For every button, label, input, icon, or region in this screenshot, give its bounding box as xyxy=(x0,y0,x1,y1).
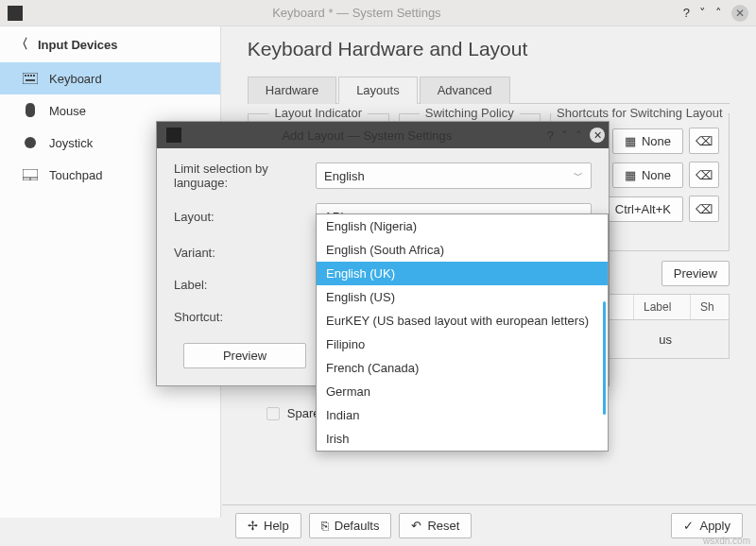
limit-language-combo[interactable]: English﹀ xyxy=(316,162,592,189)
window-titlebar: Keyboard * — System Settings ? ˅ ˄ ✕ xyxy=(0,0,756,26)
app-icon xyxy=(8,6,23,21)
help-icon[interactable]: ? xyxy=(683,6,690,20)
sidebar-item-label: Keyboard xyxy=(49,72,102,86)
sidebar-item-label: Mouse xyxy=(49,104,86,118)
svg-rect-5 xyxy=(26,79,35,81)
tab-layouts[interactable]: Layouts xyxy=(338,77,418,104)
keyboard-icon xyxy=(23,71,38,86)
chevron-left-icon: 〈 xyxy=(15,36,28,53)
svg-rect-1 xyxy=(25,75,26,77)
clear-shortcut-icon[interactable]: ⌫ xyxy=(689,128,719,154)
help-button[interactable]: ✢ Help xyxy=(235,513,301,538)
group-legend: Switching Policy xyxy=(420,106,520,120)
variant-label: Variant: xyxy=(174,246,316,260)
layout-option[interactable]: Indian xyxy=(317,403,608,427)
dialog-help-icon[interactable]: ? xyxy=(547,128,554,143)
shortcut-label: Shortcut: xyxy=(174,310,316,324)
table-header-sh: Sh xyxy=(691,295,729,319)
dialog-titlebar[interactable]: Add Layout — System Settings ? ˅ ˄ ✕ xyxy=(157,122,609,148)
tabs: Hardware Layouts Advanced xyxy=(248,76,730,104)
layout-option[interactable]: EurKEY (US based layout with european le… xyxy=(317,309,608,333)
dialog-min-icon[interactable]: ˅ xyxy=(561,128,568,143)
svg-rect-3 xyxy=(30,75,32,77)
layout-option[interactable]: English (US) xyxy=(317,285,608,309)
watermark: wsxdn.com xyxy=(703,536,750,546)
label-field-label: Label: xyxy=(174,278,316,292)
layout-label: Layout: xyxy=(174,210,316,224)
svg-rect-4 xyxy=(33,75,35,77)
svg-rect-0 xyxy=(23,73,38,84)
group-legend: Layout Indicator xyxy=(269,106,369,120)
tab-hardware[interactable]: Hardware xyxy=(248,77,336,104)
tab-advanced[interactable]: Advanced xyxy=(420,77,510,104)
maximize-icon[interactable]: ˄ xyxy=(715,6,722,20)
svg-rect-2 xyxy=(27,75,29,77)
layout-option-highlighted[interactable]: English (UK) xyxy=(317,262,608,285)
table-header-label: Label xyxy=(634,295,691,319)
window-title: Keyboard * — System Settings xyxy=(30,6,683,20)
clear-shortcut-icon[interactable]: ⌫ xyxy=(689,196,719,222)
layout-option[interactable]: Filipino xyxy=(317,333,608,356)
layout-dropdown-list[interactable]: English (Nigeria) English (South Africa)… xyxy=(316,213,609,452)
clear-shortcut-icon[interactable]: ⌫ xyxy=(689,162,719,188)
dialog-app-icon xyxy=(166,128,181,143)
limit-label: Limit selection by language: xyxy=(174,162,316,190)
group-legend: Shortcuts for Switching Layout xyxy=(551,106,729,120)
preview-button[interactable]: Preview xyxy=(662,261,730,286)
dialog-title: Add Layout — System Settings xyxy=(187,128,547,143)
sidebar-item-label: Joystick xyxy=(49,136,93,150)
svg-point-6 xyxy=(25,137,36,148)
mouse-icon xyxy=(23,103,38,118)
dialog-max-icon[interactable]: ˄ xyxy=(576,128,582,143)
touchpad-icon xyxy=(23,167,38,182)
page-title: Keyboard Hardware and Layout xyxy=(248,38,730,60)
dropdown-scrollbar[interactable] xyxy=(603,301,606,415)
minimize-icon[interactable]: ˅ xyxy=(699,6,706,20)
chevron-down-icon: ﹀ xyxy=(574,169,583,182)
layout-option[interactable]: German xyxy=(317,380,608,403)
defaults-button[interactable]: ⎘ Defaults xyxy=(309,513,392,538)
joystick-icon xyxy=(23,135,38,150)
close-icon[interactable]: ✕ xyxy=(731,5,748,22)
apply-button[interactable]: ✓ Apply xyxy=(671,513,743,538)
layout-option[interactable]: English (Nigeria) xyxy=(317,214,608,238)
dialog-preview-button[interactable]: Preview xyxy=(183,343,306,368)
sidebar-back[interactable]: 〈 Input Devices xyxy=(0,26,220,62)
shortcut-button-1[interactable]: ▦ None xyxy=(612,128,683,154)
shortcut-button-2[interactable]: ▦ None xyxy=(612,162,683,188)
spare-checkbox[interactable] xyxy=(266,407,280,420)
sidebar-item-label: Touchpad xyxy=(49,168,102,182)
footer: ✢ Help ⎘ Defaults ↶ Reset ✓ Apply xyxy=(222,504,756,546)
layout-option[interactable]: Irish xyxy=(317,427,608,451)
sidebar-item-keyboard[interactable]: Keyboard xyxy=(0,62,220,94)
dialog-close-icon[interactable]: ✕ xyxy=(590,128,605,143)
layout-option[interactable]: English (South Africa) xyxy=(317,238,608,262)
reset-button[interactable]: ↶ Reset xyxy=(399,513,472,538)
layout-option[interactable]: French (Canada) xyxy=(317,356,608,380)
sidebar-header: Input Devices xyxy=(38,38,118,52)
